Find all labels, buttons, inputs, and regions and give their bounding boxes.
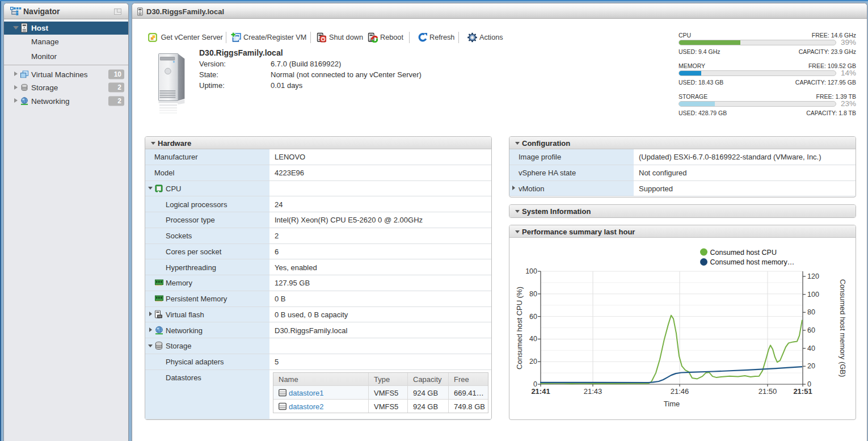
svg-text:21:43: 21:43 (584, 387, 602, 396)
svg-text:100: 100 (807, 291, 819, 299)
svg-text:80: 80 (807, 308, 815, 316)
svg-text:Consumed host CPU: Consumed host CPU (710, 249, 777, 257)
svg-text:60: 60 (807, 326, 815, 334)
svg-text:120: 120 (807, 272, 819, 280)
svg-text:Time: Time (664, 400, 680, 408)
svg-text:Consumed host CPU (%): Consumed host CPU (%) (515, 287, 524, 369)
svg-text:100: 100 (525, 267, 537, 275)
svg-text:21:46: 21:46 (671, 387, 689, 396)
svg-text:21:51: 21:51 (793, 387, 812, 396)
svg-text:40: 40 (529, 335, 537, 343)
svg-text:20: 20 (807, 362, 815, 370)
svg-text:Consumed host memory…: Consumed host memory… (710, 258, 795, 266)
svg-text:40: 40 (807, 345, 815, 352)
svg-text:80: 80 (529, 290, 537, 298)
svg-text:20: 20 (529, 358, 537, 366)
svg-text:21:41: 21:41 (531, 387, 550, 396)
svg-text:21:50: 21:50 (759, 387, 777, 396)
svg-text:Consumed host memory (GB): Consumed host memory (GB) (838, 279, 847, 377)
svg-text:60: 60 (529, 313, 537, 321)
